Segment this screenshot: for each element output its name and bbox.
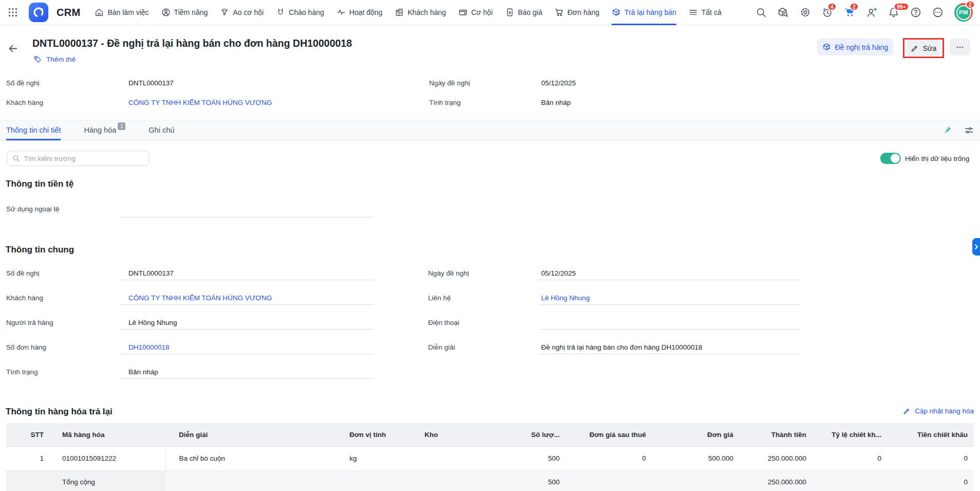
highlight-annotation — [903, 38, 944, 58]
avatar-badge: 2 — [966, 1, 975, 9]
pencil-icon — [903, 407, 911, 415]
reminder-clock-icon[interactable]: 4 — [822, 7, 833, 18]
field-value-cell[interactable]: DNTL0000137 — [120, 268, 374, 280]
field-value-cell[interactable] — [539, 318, 800, 330]
nav-item-chao-hang[interactable]: Chào hàng — [276, 0, 324, 25]
show-empty-toggle[interactable] — [880, 153, 901, 164]
nav-item-tra-lai-hang-ban[interactable]: Trả lại hàng bán — [612, 0, 676, 25]
total-label: Tổng cộng — [51, 470, 165, 491]
field-settings-icon[interactable] — [964, 125, 974, 135]
tab-thong-tin-chi-tiet[interactable]: Thông tin chi tiết — [6, 120, 61, 140]
nav-item-khach-hang[interactable]: Khách hàng — [395, 0, 446, 25]
nav-item-ban-lam-viec[interactable]: Bàn làm việc — [95, 0, 149, 25]
main-nav: Bàn làm việc Tiềm năng Ao cơ hội Chào hà… — [95, 0, 721, 25]
notifications-bell-icon[interactable]: 99+ — [888, 7, 899, 18]
settings-gear-icon[interactable] — [800, 7, 811, 18]
more-actions-button[interactable]: … — [950, 39, 970, 56]
nav-item-hoat-dong[interactable]: Hoạt động — [337, 0, 383, 25]
summary-label: Số đề nghị — [6, 79, 40, 87]
add-tag-link[interactable]: Thêm thẻ — [33, 55, 76, 64]
summary-value: 05/12/2025 — [541, 79, 576, 87]
col-kho: Kho — [411, 423, 491, 446]
field-label: Điện thoại — [428, 319, 459, 326]
field-label: Sử dụng ngoại tệ — [6, 205, 60, 213]
help-icon[interactable] — [910, 7, 921, 18]
app-name: CRM — [57, 7, 80, 19]
field-value-cell[interactable]: Bản nháp — [120, 367, 374, 379]
add-user-icon[interactable] — [866, 7, 877, 18]
field-label: Số đề nghị — [6, 269, 40, 277]
field-value-cell[interactable]: Đề nghị trả lại hàng bán cho đơn hàng DH… — [539, 342, 800, 354]
user-avatar[interactable]: PM2 — [954, 3, 973, 22]
total-discount: 0 — [885, 470, 974, 491]
table-footer-row: Tổng cộng 500 250.000.000 0 — [6, 470, 974, 491]
field-value-cell[interactable]: DH10000018 — [120, 342, 374, 354]
summary-label: Ngày đề nghị — [429, 79, 470, 87]
cart-badge: 2 — [849, 3, 859, 11]
pin-icon[interactable] — [942, 125, 952, 135]
col-so-luong: Số lượ... — [491, 423, 564, 446]
col-tien-chiet-khau: Tiền chiết khấu — [885, 423, 974, 446]
nav-item-don-hang[interactable]: Đơn hàng — [554, 0, 599, 25]
crm-app-logo-icon[interactable] — [29, 3, 48, 22]
field-value-cell[interactable]: CÔNG TY TNHH KIỂM TOÁN HÙNG VƯƠNG — [120, 293, 374, 305]
field-label: Diễn giải — [428, 343, 455, 351]
field-label: Số đơn hàng — [6, 343, 46, 351]
cart-icon[interactable]: 2 — [844, 7, 855, 18]
section-title-general: Thông tin chung — [6, 245, 74, 255]
col-ty-le-chiet-khau: Tỷ lệ chiết kh... — [810, 423, 885, 446]
customer-link[interactable]: CÔNG TY TNHH KIỂM TOÁN HÙNG VƯƠNG — [128, 294, 272, 302]
field-label: Người trả hàng — [6, 319, 53, 326]
field-label: Liên hệ — [428, 294, 451, 302]
customer-link[interactable]: CÔNG TY TNHH KIỂM TOÁN HÙNG VƯƠNG — [128, 99, 272, 106]
tab-hang-hoa[interactable]: Hàng hóa1 — [84, 120, 125, 140]
field-search-input[interactable] — [24, 155, 143, 162]
nav-item-ao-co-hoi[interactable]: Ao cơ hội — [220, 0, 264, 25]
back-arrow-icon[interactable] — [8, 43, 19, 54]
summary-label: Tình trạng — [429, 99, 461, 106]
app-grid-icon[interactable] — [7, 7, 19, 18]
show-empty-toggle-label: Hiển thị dữ liệu trống — [905, 155, 969, 162]
more-options-icon[interactable] — [932, 7, 944, 18]
tab-ghi-chu[interactable]: Ghi chú — [149, 120, 174, 140]
col-dien-giai: Diễn giải — [165, 423, 339, 446]
field-value-cell[interactable] — [120, 206, 374, 217]
field-label: Tình trạng — [6, 368, 38, 376]
tab-count-badge: 1 — [118, 122, 125, 130]
search-icon[interactable] — [755, 7, 767, 18]
total-amount: 250.000.000 — [737, 470, 810, 491]
page-title: DNTL0000137 - Đề nghị trả lại hàng bán c… — [32, 38, 352, 49]
field-label: Khách hàng — [6, 294, 43, 302]
col-don-vi-tinh: Đơn vị tính — [339, 423, 411, 446]
update-items-link[interactable]: Cập nhật hàng hóa — [903, 407, 974, 415]
tag-icon — [33, 55, 42, 64]
expand-panel-tab[interactable] — [972, 238, 980, 256]
nav-item-tiem-nang[interactable]: Tiềm năng — [161, 0, 208, 25]
items-table: STT Mã hàng hóa Diễn giải Đơn vị tính Kh… — [6, 423, 974, 491]
field-search-box[interactable] — [7, 151, 149, 166]
search-icon — [12, 154, 20, 162]
nav-item-co-hoi[interactable]: Cơ hội — [458, 0, 493, 25]
order-link[interactable]: DH10000018 — [128, 343, 170, 351]
nav-item-bao-gia[interactable]: $Báo giá — [505, 0, 542, 25]
col-thanh-tien: Thành tiền — [737, 423, 810, 446]
top-navbar: CRM Bàn làm việc Tiềm năng Ao cơ hội Chà… — [0, 0, 980, 25]
contact-link[interactable]: Lê Hồng Nhung — [541, 294, 590, 302]
navbar-actions: 4 2 99+ PM2 — [755, 3, 973, 22]
return-box-icon — [822, 43, 831, 51]
chevron-right-icon — [974, 244, 979, 250]
return-request-button[interactable]: Đề nghị trả hàng — [817, 39, 893, 56]
table-row[interactable]: 1 01001015091222 Ba chỉ bò cuộn kg 500 0… — [6, 446, 974, 470]
product-search-icon[interactable] — [778, 7, 789, 18]
detail-tabbar: Thông tin chi tiết Hàng hóa1 Ghi chú — [0, 120, 980, 141]
table-header-row: STT Mã hàng hóa Diễn giải Đơn vị tính Kh… — [6, 423, 974, 446]
summary-value: Bản nháp — [541, 99, 571, 106]
section-title-items: Thông tin hàng hóa trả lại — [6, 407, 113, 417]
total-quantity: 500 — [491, 470, 564, 491]
col-ma-hang-hoa: Mã hàng hóa — [51, 423, 165, 446]
field-value-cell[interactable]: Lê Hồng Nhung — [539, 293, 800, 305]
field-value-cell[interactable]: 05/12/2025 — [539, 268, 800, 280]
nav-item-tat-ca[interactable]: Tất cả — [689, 0, 722, 25]
field-value-cell[interactable]: Lê Hồng Nhung — [120, 318, 374, 330]
col-don-gia-sau-thue: Đơn giá sau thuế — [564, 423, 650, 446]
